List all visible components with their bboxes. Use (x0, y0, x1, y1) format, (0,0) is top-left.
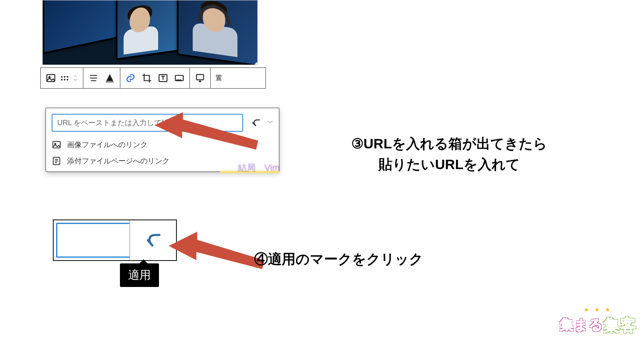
chevron-up-icon[interactable]: ︿ (74, 74, 78, 78)
svg-point-5 (177, 80, 178, 80)
selected-image[interactable] (42, 0, 258, 65)
stars-icon: ★ ★ ★ (584, 307, 613, 313)
caption-button[interactable] (103, 71, 117, 85)
svg-rect-9 (53, 141, 60, 148)
annotation-arrow-3 (154, 109, 260, 158)
link-button[interactable] (124, 71, 137, 85)
chevron-down-icon[interactable]: ﹀ (74, 78, 78, 83)
move-up-down[interactable]: ︿ ﹀ (72, 74, 80, 83)
apply-arrow-icon (143, 230, 164, 251)
replace-label: 置 (215, 74, 222, 83)
apply-tooltip: 適用 (120, 263, 159, 287)
drag-handle-icon[interactable] (60, 76, 69, 80)
block-type-image-icon[interactable] (44, 71, 58, 85)
svg-rect-0 (47, 74, 55, 81)
url-input-zoom[interactable] (56, 223, 129, 258)
replace-button[interactable]: 置 (211, 68, 227, 88)
annotation-step4: ④適用のマークをクリック (254, 249, 423, 269)
page-icon (52, 156, 61, 166)
annotation-arrow-4 (169, 228, 266, 276)
brand-logo: ★ ★ ★ 集まる集客 (560, 313, 637, 335)
svg-point-6 (178, 80, 179, 80)
duotone-button[interactable] (172, 71, 186, 85)
dimensions-button[interactable] (193, 71, 207, 85)
block-toolbar: ︿ ﹀ (40, 67, 266, 89)
svg-rect-8 (196, 74, 203, 80)
apply-button-zoom (53, 219, 177, 261)
image-icon (52, 140, 61, 150)
link-option-label: 画像ファイルへのリンク (67, 140, 148, 150)
annotation-step3: ③URLを入れる箱が出てきたら 貼りたいURLを入れて (254, 133, 644, 175)
align-button[interactable] (87, 71, 100, 85)
editor-block: ︿ ﹀ (40, 0, 266, 89)
resize-handle-icon[interactable] (255, 62, 258, 65)
svg-point-7 (180, 80, 181, 80)
svg-rect-2 (106, 82, 114, 83)
chevron-down-icon[interactable]: ﹀ (268, 119, 273, 126)
text-overlay-button[interactable] (156, 71, 170, 85)
crop-button[interactable] (140, 71, 154, 85)
